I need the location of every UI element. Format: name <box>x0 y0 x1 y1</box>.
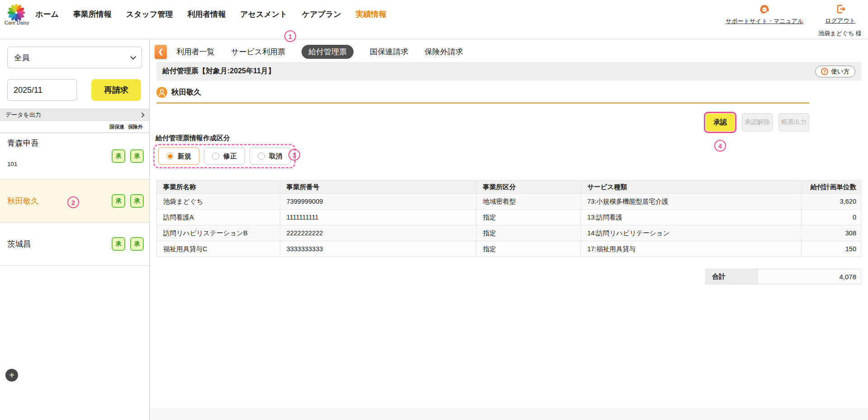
patient-name: 秋田敬久 <box>171 87 201 97</box>
total-row: 合計 4,078 <box>150 269 861 284</box>
radio-option-cancel[interactable]: 取消 <box>250 148 291 165</box>
annotation-circle-3: 3 <box>288 149 300 161</box>
tab-benefit-management-slip[interactable]: 給付管理票 <box>302 45 354 59</box>
target-month-input[interactable] <box>7 79 77 101</box>
question-icon: ? <box>821 68 828 75</box>
daisy-flower-icon <box>5 4 28 21</box>
service-type-cell: 73:小規模多機能型居宅介護 <box>580 194 801 210</box>
support-site-link[interactable]: サポートサイト・マニュアル <box>726 3 803 25</box>
office-type-cell: 指定 <box>476 241 581 257</box>
help-button[interactable]: ? 使い方 <box>815 66 855 77</box>
creation-type-label: 給付管理票情報作成区分 <box>156 134 868 143</box>
logout-link[interactable]: ログアウト <box>825 3 855 25</box>
kokuho-approved-badge: 承 <box>112 149 125 163</box>
hokengai-column-label: 保険外 <box>128 124 143 130</box>
user-list-item-ibaraki[interactable]: 茨城昌 承 承 <box>0 223 149 266</box>
radio-unchecked-icon <box>258 153 265 160</box>
tab-user-list[interactable]: 利用者一覧 <box>176 47 215 57</box>
logout-icon <box>835 3 846 16</box>
office-name-cell: 訪問看護A <box>157 210 280 225</box>
planned-units-cell: 308 <box>801 225 861 241</box>
account-name: 池袋まどぐち 様 <box>818 29 862 38</box>
table-row: 訪問リハビリステーションB 2222222222 指定 14:訪問リハビリテーシ… <box>157 225 861 241</box>
logout-label: ログアウト <box>825 17 855 25</box>
col-planned-units: 給付計画単位数 <box>801 181 861 194</box>
planned-units-cell: 3,620 <box>801 194 861 210</box>
nav-assessment[interactable]: アセスメント <box>240 9 287 19</box>
tab-service-use-slip[interactable]: サービス利用票 <box>231 47 285 57</box>
main-content: ❮ 利用者一覧 サービス利用票 給付管理票 国保連請求 保険外請求 給付管理票【… <box>150 39 868 420</box>
month-row: 再請求 <box>7 79 142 101</box>
patient-heading: 秋田敬久 <box>156 85 809 104</box>
hokengai-approved-badge: 承 <box>130 149 144 163</box>
chevron-right-icon <box>139 112 144 117</box>
table-header-row: 事業所名称 事業所番号 事業所区分 サービス種類 給付計画単位数 <box>157 181 861 194</box>
user-list-item-aomori[interactable]: 青森申吾 101 承 承 <box>0 133 149 180</box>
logo-text: Care Daisy <box>5 20 28 25</box>
radio-label: 修正 <box>223 152 237 161</box>
staff-filter-select[interactable]: 全員 <box>7 47 142 68</box>
report-output-button: 帳票出力 <box>778 113 809 131</box>
tab-row: ❮ 利用者一覧 サービス利用票 給付管理票 国保連請求 保険外請求 <box>150 44 868 59</box>
total-label: 合計 <box>705 269 757 284</box>
approval-badges: 承 承 <box>112 237 144 251</box>
approval-badges: 承 承 <box>112 149 144 163</box>
radio-option-modify[interactable]: 修正 <box>204 148 245 165</box>
unapprove-button: 承認解除 <box>742 113 773 131</box>
planned-units-cell: 150 <box>801 241 861 257</box>
person-icon <box>156 87 167 98</box>
office-name-cell: 池袋まどぐち <box>157 194 280 210</box>
export-data-label: データを出力 <box>5 111 41 119</box>
action-buttons: 承認 承認解除 帳票出力 <box>706 113 809 131</box>
collapse-sidebar-button[interactable]: ❮ <box>155 45 167 59</box>
page-title: 給付管理票【対象月:2025年11月】 <box>162 67 275 76</box>
staff-filter-value: 全員 <box>14 52 29 63</box>
annotation-circle-2: 2 <box>67 196 79 208</box>
office-type-cell: 指定 <box>476 210 581 225</box>
body: 全員 再請求 データを出力 国保連 保険外 青森申吾 101 承 承 <box>0 39 868 420</box>
radio-unchecked-icon <box>212 153 219 160</box>
nav-office-info[interactable]: 事業所情報 <box>73 9 112 19</box>
app-window: Care Daisy ホーム 事業所情報 スタッフ管理 利用者情報 アセスメント… <box>0 0 868 420</box>
care-daisy-logo[interactable]: Care Daisy <box>5 4 28 25</box>
page-title-bar: 給付管理票【対象月:2025年11月】 ? 使い方 <box>156 62 861 81</box>
user-name: 茨城昌 <box>7 239 31 249</box>
header-links: サポートサイト・マニュアル ログアウト <box>726 3 860 25</box>
tab-kokuhoren-billing[interactable]: 国保連請求 <box>370 47 408 57</box>
hokengai-approved-badge: 承 <box>130 237 144 251</box>
kokuho-approved-badge: 承 <box>112 194 125 208</box>
radio-label: 新規 <box>178 152 191 161</box>
user-name: 青森申吾 <box>7 138 142 148</box>
help-label: 使い方 <box>831 67 849 76</box>
nav-care-plan[interactable]: ケアプラン <box>302 9 341 19</box>
creation-type-radio-group: 新規 修正 取消 <box>153 144 296 168</box>
account-bar: 池袋まどぐち 様 <box>0 28 868 39</box>
office-number-cell: 3333333333 <box>280 241 476 257</box>
chevron-down-icon <box>130 54 136 60</box>
app-header: Care Daisy ホーム 事業所情報 スタッフ管理 利用者情報 アセスメント… <box>0 0 868 28</box>
nav-results-info[interactable]: 実績情報 <box>356 9 387 19</box>
nav-home[interactable]: ホーム <box>35 9 59 19</box>
hokengai-approved-badge: 承 <box>130 194 144 208</box>
table-row: 池袋まどぐち 7399999009 地域密着型 73:小規模多機能型居宅介護 3… <box>157 194 861 210</box>
office-name-cell: 訪問リハビリステーションB <box>157 225 280 241</box>
main-nav: ホーム 事業所情報 スタッフ管理 利用者情報 アセスメント ケアプラン 実績情報 <box>35 9 387 19</box>
annotation-circle-1: 1 <box>284 30 296 42</box>
export-data-bar[interactable]: データを出力 <box>0 109 149 121</box>
col-office-number: 事業所番号 <box>280 181 476 194</box>
planned-units-cell: 0 <box>801 210 861 225</box>
nav-user-info[interactable]: 利用者情報 <box>187 9 226 19</box>
tab-non-insurance-billing[interactable]: 保険外請求 <box>425 47 463 57</box>
radio-option-new[interactable]: 新規 <box>158 148 199 165</box>
service-type-cell: 14:訪問リハビリテーション <box>580 225 801 241</box>
approve-button[interactable]: 承認 <box>706 114 735 131</box>
add-user-button[interactable]: + <box>5 369 18 382</box>
rebill-button[interactable]: 再請求 <box>91 79 141 101</box>
radio-checked-icon <box>166 153 174 160</box>
kokuho-column-label: 国保連 <box>109 124 124 130</box>
service-type-cell: 17:福祉用具貸与 <box>580 241 801 257</box>
annotation-circle-4: 4 <box>714 140 726 152</box>
table-row: 福祉用具貸与C 3333333333 指定 17:福祉用具貸与 150 <box>157 241 861 257</box>
total-value: 4,078 <box>757 269 861 284</box>
nav-staff-management[interactable]: スタッフ管理 <box>126 9 173 19</box>
